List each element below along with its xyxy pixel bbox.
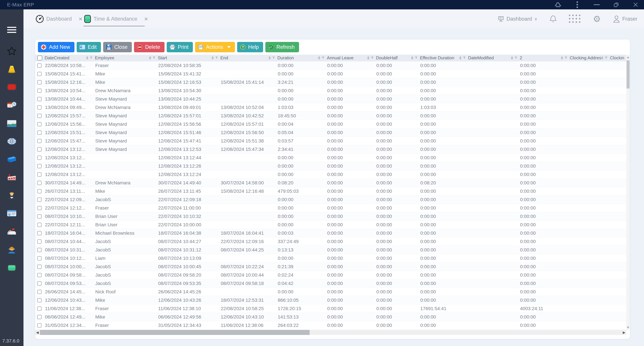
minimize-icon[interactable] xyxy=(593,1,600,8)
row-checkbox[interactable] xyxy=(37,130,42,135)
table-row[interactable]: 30/07/2024 14:49... Drew McNamara 30/07/… xyxy=(35,179,626,187)
actions-button[interactable]: Actions xyxy=(195,42,235,52)
column-header-duration[interactable]: Duration xyxy=(278,55,327,60)
scroll-right-arrow[interactable]: ▶ xyxy=(622,330,626,335)
sort-icon[interactable] xyxy=(367,56,370,59)
row-checkbox[interactable] xyxy=(37,105,42,110)
table-row[interactable]: 12/08/2024 13:12... 12/08/2024 13:12:24 … xyxy=(35,170,626,179)
row-checkbox[interactable] xyxy=(37,197,42,202)
jobs-cone-icon[interactable] xyxy=(0,62,24,77)
column-header-datecreated[interactable]: DateCreated xyxy=(44,55,95,60)
row-checkbox[interactable] xyxy=(37,298,42,303)
help-button[interactable]: ? Help xyxy=(237,42,263,52)
filter-icon[interactable] xyxy=(215,56,218,59)
filter-icon[interactable] xyxy=(272,56,275,59)
sort-icon[interactable] xyxy=(86,56,88,59)
row-checkbox[interactable] xyxy=(37,80,42,84)
table-row[interactable]: 26/07/2024 13:11... Mike 26/07/2024 13:1… xyxy=(35,187,626,195)
apps-grid-icon[interactable] xyxy=(569,14,581,23)
column-header-clocking-address[interactable]: Clocking Address xyxy=(570,55,610,60)
column-header-effective-duration[interactable]: Effective Duration xyxy=(420,55,468,60)
row-checkbox[interactable] xyxy=(37,122,42,126)
extensions-icon[interactable] xyxy=(554,1,562,8)
factory-icon[interactable] xyxy=(0,170,24,185)
select-all-checkbox[interactable] xyxy=(37,55,42,60)
table-row[interactable]: 08/07/2024 10:31... JacobS 08/07/2024 10… xyxy=(35,246,626,254)
column-header-clocking[interactable]: Clocking xyxy=(610,55,624,60)
contact-card-icon[interactable] xyxy=(0,206,24,221)
table-row[interactable]: 08/07/2024 09:53... JacobS 08/07/2024 09… xyxy=(35,279,626,288)
vertical-scroll-thumb[interactable] xyxy=(626,60,630,88)
sort-icon[interactable] xyxy=(318,56,320,59)
row-checkbox[interactable] xyxy=(37,181,42,185)
table-row[interactable]: 12/08/2024 15:57... Steve Maynard 12/08/… xyxy=(35,112,626,120)
close-icon[interactable] xyxy=(632,1,639,8)
sort-icon[interactable] xyxy=(149,56,151,59)
time-attendance-active-icon[interactable] xyxy=(0,261,24,275)
row-checkbox[interactable] xyxy=(37,172,42,177)
row-checkbox[interactable] xyxy=(37,139,42,143)
row-checkbox[interactable] xyxy=(37,63,42,68)
table-row[interactable]: 08/07/2024 10:44... JacobS 08/07/2024 10… xyxy=(35,237,626,246)
column-header-2[interactable]: 2 xyxy=(520,55,570,60)
column-header-employee[interactable]: Employee xyxy=(95,55,158,60)
table-row[interactable]: 11/06/2024 12:38... Fraser 11/06/2024 12… xyxy=(35,305,626,313)
row-checkbox[interactable] xyxy=(37,248,42,252)
restore-icon[interactable] xyxy=(612,1,620,8)
column-header-end[interactable]: End xyxy=(220,55,278,60)
sort-icon[interactable] xyxy=(561,56,563,59)
support-agent-icon[interactable] xyxy=(0,242,24,257)
row-checkbox[interactable] xyxy=(37,223,42,227)
filter-icon[interactable] xyxy=(605,56,608,59)
table-row[interactable]: 13/08/2024 09:49... Drew McNamara 13/08/… xyxy=(35,103,626,112)
table-row[interactable]: 12/08/2024 13:12... Steve Maynard 12/08/… xyxy=(35,145,626,154)
edit-button[interactable]: Edit xyxy=(77,42,101,52)
sort-icon[interactable] xyxy=(212,56,214,59)
row-checkbox[interactable] xyxy=(37,281,42,286)
tab-dashboard[interactable]: Dashboard ✕ xyxy=(36,9,83,28)
row-checkbox[interactable] xyxy=(37,273,42,277)
table-row[interactable]: 22/08/2024 10:58... Fraser 22/08/2024 10… xyxy=(35,61,626,70)
row-checkbox[interactable] xyxy=(37,290,42,294)
sort-icon[interactable] xyxy=(511,56,513,59)
table-row[interactable]: 26/06/2024 14:45... Nick Roof 26/06/2024… xyxy=(35,288,626,296)
column-header-annual-leave[interactable]: Annual Leave xyxy=(327,55,376,60)
table-row[interactable]: 12/06/2024 10:43... Mike 12/06/2024 10:4… xyxy=(35,296,626,305)
sort-icon[interactable] xyxy=(459,56,462,59)
close-button[interactable]: Close xyxy=(103,42,132,52)
row-checkbox[interactable] xyxy=(37,214,42,219)
table-row[interactable]: 22/07/2024 12:09... JacobS 22/07/2024 12… xyxy=(35,195,626,204)
row-checkbox[interactable] xyxy=(37,206,42,210)
add-new-button[interactable]: Add New xyxy=(38,42,74,52)
row-checkbox[interactable] xyxy=(37,97,42,101)
column-header-datemodified[interactable]: DateModified xyxy=(468,55,520,60)
table-row[interactable]: 08/07/2024 10:00... JacobS 08/07/2024 10… xyxy=(35,263,626,271)
delete-button[interactable]: Delete xyxy=(134,42,164,52)
row-checkbox[interactable] xyxy=(37,315,42,319)
filter-icon[interactable] xyxy=(322,56,324,59)
table-row[interactable]: 15/08/2024 15:41... Mike 15/08/2024 15:4… xyxy=(35,70,626,78)
tab-close-icon[interactable]: ✕ xyxy=(144,16,148,22)
row-checkbox[interactable] xyxy=(37,72,42,76)
row-checkbox[interactable] xyxy=(37,114,42,118)
context-selector[interactable]: Dashboard ∨ xyxy=(498,15,537,23)
table-row[interactable]: 12/08/2024 15:51... Steve Maynard 12/08/… xyxy=(35,128,626,137)
sort-icon[interactable] xyxy=(411,56,414,59)
table-row[interactable]: 08/07/2024 10:10... Brian User 22/07/202… xyxy=(35,212,626,221)
mailbox-icon[interactable] xyxy=(0,224,24,239)
horizontal-scroll-thumb[interactable] xyxy=(40,330,310,335)
table-row[interactable]: 13/08/2024 10:54... Drew McNamara 13/08/… xyxy=(35,86,626,95)
row-checkbox[interactable] xyxy=(37,239,42,244)
row-checkbox[interactable] xyxy=(37,323,42,328)
row-checkbox[interactable] xyxy=(37,156,42,160)
filter-icon[interactable] xyxy=(152,56,156,59)
table-row[interactable]: 18/07/2024 16:04... Michael Brownless 18… xyxy=(35,229,626,237)
tab-close-icon[interactable]: ✕ xyxy=(78,16,83,22)
table-row[interactable]: 12/08/2024 13:12... 12/08/2024 13:12:26 … xyxy=(35,162,626,170)
scroll-up-arrow[interactable]: ▲ xyxy=(626,55,630,60)
table-row[interactable]: 12/08/2024 13:12... 12/08/2024 13:12:44 … xyxy=(35,154,626,162)
vertical-scrollbar[interactable]: ▲ ▼ xyxy=(626,55,630,330)
table-row[interactable]: 22/07/2024 12:11... Brian User 22/07/202… xyxy=(35,221,626,229)
row-checkbox[interactable] xyxy=(37,256,42,261)
row-checkbox[interactable] xyxy=(37,189,42,193)
